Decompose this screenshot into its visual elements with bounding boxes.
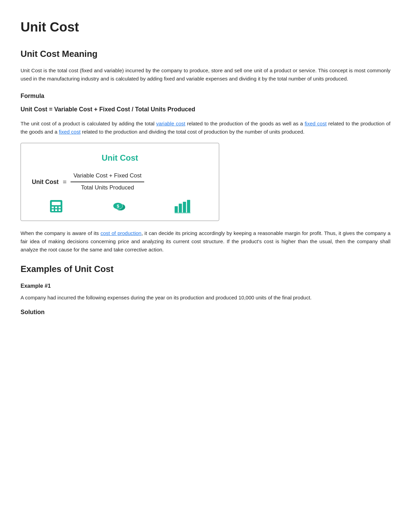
svg-rect-1 [52,202,61,205]
solution-section: Solution [21,307,390,317]
formula-icons-row: $ $ [32,199,208,214]
formula-equals-sign: = [63,177,66,187]
svg-rect-2 [52,207,54,208]
meaning-section: Unit Cost Meaning Unit Cost is the total… [21,47,390,83]
formula-box: Unit Cost Unit Cost = Variable Cost + Fi… [21,143,219,221]
formula-paragraph: The unit cost of a product is calculated… [21,120,390,136]
svg-rect-5 [52,209,54,211]
example-1-label: Example #1 [21,282,390,290]
formula-section: Formula Unit Cost = Variable Cost + Fixe… [21,91,390,221]
solution-label: Solution [21,307,390,317]
svg-rect-14 [183,202,186,212]
example-1-paragraph: A company had incurred the following exp… [21,294,390,302]
variable-cost-link[interactable]: variable cost [156,121,185,126]
chart-icon [174,199,191,214]
formula-subheading: Unit Cost = Variable Cost + Fixed Cost /… [21,104,390,114]
fixed-cost-link-1[interactable]: fixed cost [304,121,326,126]
cost-of-production-link[interactable]: cost of production [100,230,141,236]
meaning-heading: Unit Cost Meaning [21,47,390,61]
example-1: Example #1 A company had incurred the fo… [21,282,390,302]
formula-denominator: Total Units Produced [81,183,134,193]
formula-equation: Unit Cost = Variable Cost + Fixed Cost T… [32,171,208,193]
money-icon: $ $ [111,199,126,214]
svg-rect-4 [59,207,61,208]
formula-numerator: Variable Cost + Fixed Cost [71,171,144,182]
fixed-cost-link-2[interactable]: fixed cost [59,129,80,135]
formula-box-title: Unit Cost [32,151,208,164]
svg-rect-15 [187,200,190,212]
formula-left-label: Unit Cost [32,177,59,187]
formula-heading: Formula [21,91,390,101]
meaning-paragraph: Unit Cost is the total cost (fixed and v… [21,66,390,83]
after-box-paragraph: When the company is aware of its cost of… [21,229,390,254]
svg-rect-3 [55,207,57,208]
formula-fraction: Variable Cost + Fixed Cost Total Units P… [71,171,144,193]
examples-heading: Examples of Unit Cost [21,262,390,276]
svg-text:$: $ [117,203,119,208]
page-title: Unit Cost [21,16,390,37]
svg-rect-6 [55,209,57,211]
svg-rect-13 [179,203,182,212]
examples-section: Examples of Unit Cost Example #1 A compa… [21,262,390,317]
svg-rect-7 [59,209,61,211]
svg-rect-12 [174,206,177,213]
after-box-section: When the company is aware of its cost of… [21,229,390,254]
calculator-icon [49,199,64,214]
